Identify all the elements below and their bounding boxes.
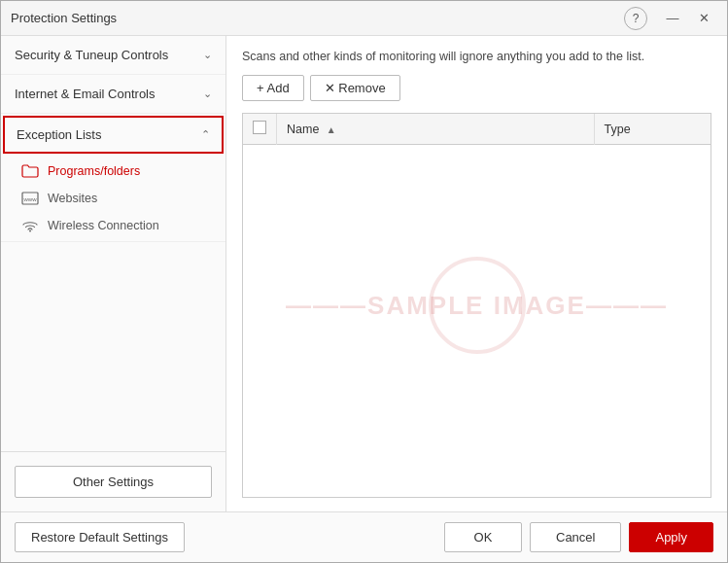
header-checkbox[interactable] bbox=[253, 121, 266, 134]
table-area: Name ▲ Type bbox=[242, 113, 711, 498]
sidebar-bottom: Other Settings bbox=[1, 451, 225, 511]
sidebar-item-wireless-connection[interactable]: Wireless Connection bbox=[1, 212, 225, 239]
col-header-type[interactable]: Type bbox=[594, 114, 711, 145]
sidebar-section-exception-lists-header[interactable]: Exception Lists ⌃ bbox=[3, 116, 224, 154]
col-header-checkbox[interactable] bbox=[243, 114, 277, 145]
title-bar-left: Protection Settings bbox=[11, 11, 117, 25]
exception-list-table: Name ▲ Type bbox=[243, 114, 711, 145]
websites-label: Websites bbox=[48, 192, 97, 205]
sidebar: Security & Tuneup Controls ⌄ Internet & … bbox=[1, 36, 226, 511]
sidebar-item-websites[interactable]: www Websites bbox=[1, 185, 225, 212]
exception-list-table-container[interactable]: Name ▲ Type bbox=[242, 113, 711, 498]
exception-lists-sub-items: Programs/folders www Websites bbox=[1, 156, 225, 241]
programs-folders-label: Programs/folders bbox=[48, 164, 140, 178]
sidebar-section-exception-lists: Exception Lists ⌃ Programs/folders bbox=[1, 114, 225, 242]
content-area: Security & Tuneup Controls ⌄ Internet & … bbox=[1, 36, 727, 511]
sort-asc-icon: ▲ bbox=[327, 124, 336, 135]
chevron-up-icon: ⌃ bbox=[201, 128, 210, 141]
footer-right: OK Cancel Apply bbox=[444, 522, 713, 552]
other-settings-button[interactable]: Other Settings bbox=[15, 466, 212, 498]
protection-settings-window: Protection Settings ? — ✕ Security & Tun… bbox=[0, 0, 728, 563]
add-button[interactable]: + Add bbox=[242, 75, 304, 101]
restore-defaults-button[interactable]: Restore Default Settings bbox=[15, 522, 185, 552]
sidebar-section-internet-header[interactable]: Internet & Email Controls ⌄ bbox=[1, 75, 225, 113]
window-title: Protection Settings bbox=[11, 11, 117, 25]
wifi-icon bbox=[20, 218, 40, 233]
remove-button[interactable]: ✕ Remove bbox=[310, 75, 400, 101]
minimize-button[interactable]: — bbox=[659, 7, 686, 30]
sidebar-section-internet: Internet & Email Controls ⌄ bbox=[1, 75, 225, 114]
svg-text:www: www bbox=[23, 196, 38, 202]
close-button[interactable]: ✕ bbox=[690, 7, 717, 30]
help-button[interactable]: ? bbox=[624, 7, 647, 30]
sidebar-section-security-header[interactable]: Security & Tuneup Controls ⌄ bbox=[1, 36, 225, 74]
footer: Restore Default Settings OK Cancel Apply bbox=[1, 511, 727, 562]
sidebar-item-programs-folders[interactable]: Programs/folders bbox=[1, 158, 225, 185]
col-header-name[interactable]: Name ▲ bbox=[277, 114, 595, 145]
sidebar-spacer bbox=[1, 242, 225, 451]
www-icon: www bbox=[20, 191, 40, 206]
ok-button[interactable]: OK bbox=[444, 522, 522, 552]
svg-point-2 bbox=[29, 230, 31, 232]
title-bar-right: ? — ✕ bbox=[624, 7, 717, 30]
cancel-button[interactable]: Cancel bbox=[530, 522, 621, 552]
col-name-label: Name bbox=[287, 123, 319, 136]
sidebar-section-internet-label: Internet & Email Controls bbox=[15, 87, 156, 101]
col-type-label: Type bbox=[605, 123, 631, 136]
chevron-down-icon: ⌄ bbox=[203, 49, 212, 61]
apply-button[interactable]: Apply bbox=[629, 522, 713, 552]
sidebar-section-exception-lists-label: Exception Lists bbox=[17, 127, 101, 142]
folder-icon bbox=[20, 163, 40, 179]
main-panel: Scans and other kinds of monitoring will… bbox=[226, 36, 727, 511]
title-bar: Protection Settings ? — ✕ bbox=[1, 1, 727, 36]
sidebar-section-security-label: Security & Tuneup Controls bbox=[15, 48, 168, 62]
description-text: Scans and other kinds of monitoring will… bbox=[242, 50, 711, 63]
wireless-connection-label: Wireless Connection bbox=[48, 219, 159, 232]
table-header-row: Name ▲ Type bbox=[243, 114, 711, 145]
toolbar: + Add ✕ Remove bbox=[242, 75, 711, 101]
chevron-down-icon-2: ⌄ bbox=[203, 88, 212, 100]
footer-left: Restore Default Settings bbox=[15, 522, 185, 552]
sidebar-section-security: Security & Tuneup Controls ⌄ bbox=[1, 36, 225, 75]
